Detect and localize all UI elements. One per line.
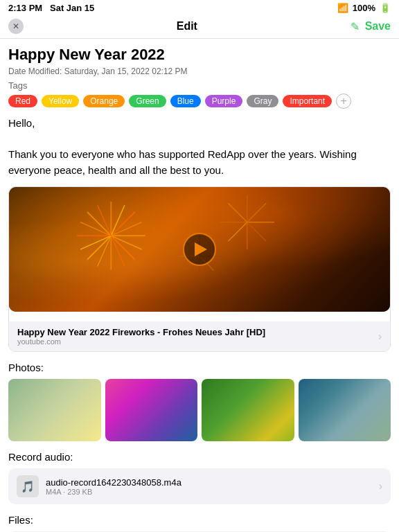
add-tag-button[interactable]: + (336, 94, 351, 109)
svg-line-23 (228, 203, 247, 222)
tags-row: RedYellowOrangeGreenBluePurpleGrayImport… (8, 94, 391, 109)
close-icon: ✕ (12, 21, 19, 31)
audio-file-info: audio-record1642230348058.m4a M4A · 239 … (46, 477, 181, 496)
svg-line-19 (247, 222, 267, 242)
svg-line-7 (87, 212, 111, 236)
video-player[interactable] (9, 187, 390, 312)
tag-blue[interactable]: Blue (170, 95, 201, 107)
audio-file-left: 🎵 audio-record1642230348058.m4a M4A · 23… (17, 475, 181, 497)
play-triangle-icon (195, 242, 207, 256)
svg-line-1 (111, 212, 134, 236)
photos-row (8, 379, 391, 441)
svg-line-21 (228, 222, 247, 242)
time: 2:13 PM (8, 3, 42, 13)
play-button[interactable] (183, 233, 216, 266)
video-domain: youtube.com (17, 337, 265, 346)
photo-thumb-1[interactable] (8, 379, 101, 441)
status-time: 2:13 PM Sat Jan 15 (8, 3, 94, 13)
save-button[interactable]: Save (365, 20, 391, 33)
battery-icon: 🔋 (380, 3, 391, 13)
video-info-text: Happy New Year 2022 Fireworks - Frohes N… (17, 327, 265, 346)
tags-section-label: Tags (8, 80, 391, 91)
music-icon: 🎵 (21, 480, 35, 493)
audio-file-name: audio-record1642230348058.m4a (46, 477, 181, 488)
video-info-bar[interactable]: Happy New Year 2022 Fireworks - Frohes N… (9, 321, 390, 351)
audio-file-meta: M4A · 239 KB (46, 488, 181, 496)
audio-chevron-icon: › (379, 480, 382, 493)
tag-important[interactable]: Important (283, 95, 332, 107)
audio-section: Record audio: 🎵 audio-record164223034805… (8, 451, 391, 504)
wifi-icon: 📶 (337, 3, 348, 13)
note-body: Hello, Thank you to everyone who has sup… (8, 116, 391, 178)
files-section: Files: 2-1640147322-970-width650height81… (8, 514, 391, 532)
audio-file-icon: 🎵 (17, 475, 39, 497)
note-title: Happy New Year 2022 (8, 46, 391, 64)
photo-thumb-2[interactable] (105, 379, 198, 441)
audio-label: Record audio: (8, 451, 391, 463)
date: Sat Jan 15 (50, 3, 94, 13)
video-embed[interactable]: Happy New Year 2022 Fireworks - Frohes N… (8, 186, 391, 352)
body-line1: Hello, (8, 116, 391, 132)
nav-title: Edit (177, 20, 197, 33)
tag-purple[interactable]: Purple (205, 95, 243, 107)
note-date: Date Modified: Saturday, Jan 15, 2022 02… (8, 66, 391, 76)
photo-thumb-4[interactable] (299, 379, 391, 441)
tag-red[interactable]: Red (8, 95, 37, 107)
tag-orange[interactable]: Orange (83, 95, 125, 107)
svg-line-17 (247, 203, 267, 222)
photos-label: Photos: (8, 362, 391, 373)
battery-label: 100% (353, 3, 375, 13)
status-bar: 2:13 PM Sat Jan 15 📶 100% 🔋 (0, 0, 399, 16)
tag-gray[interactable]: Gray (247, 95, 278, 107)
body-line2: Thank you to everyone who has supported … (8, 147, 391, 178)
status-right: 📶 100% 🔋 (337, 3, 391, 13)
share-icon[interactable]: ✎ (351, 20, 360, 33)
video-title: Happy New Year 2022 Fireworks - Frohes N… (17, 327, 265, 337)
audio-file-row[interactable]: 🎵 audio-record1642230348058.m4a M4A · 23… (8, 468, 391, 504)
nav-left: ✕ (8, 19, 24, 34)
svg-line-3 (111, 236, 134, 259)
svg-line-5 (87, 236, 111, 259)
chevron-right-icon: › (378, 330, 382, 343)
photo-thumb-3[interactable] (202, 379, 294, 441)
files-label: Files: (8, 514, 391, 526)
close-button[interactable]: ✕ (8, 19, 24, 34)
note-content: Happy New Year 2022 Date Modified: Satur… (0, 39, 399, 532)
tag-green[interactable]: Green (129, 95, 166, 107)
tag-yellow[interactable]: Yellow (42, 95, 79, 107)
nav-right: ✎ Save (351, 20, 391, 33)
video-thumbnail (9, 187, 390, 312)
nav-bar: ✕ Edit ✎ Save (0, 16, 399, 39)
